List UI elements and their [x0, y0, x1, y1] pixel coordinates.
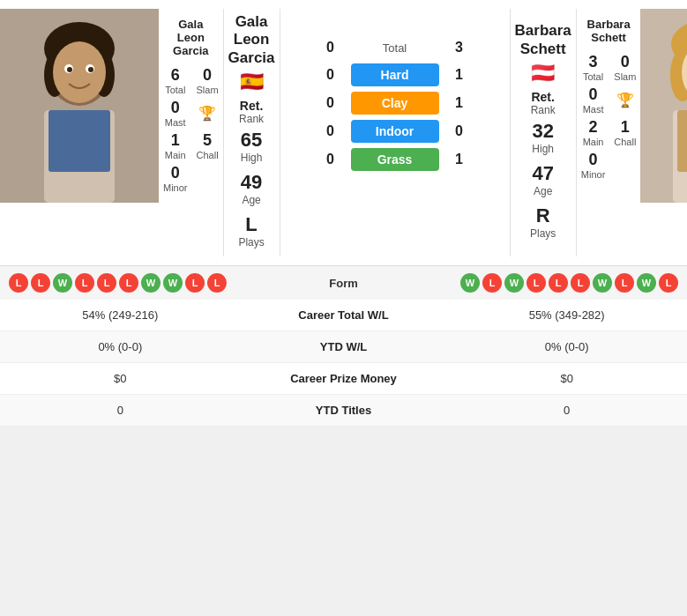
surface-row-hard: 0 Hard 1: [280, 63, 510, 86]
main-container: Gala Leon Garcia 6 Total 0 Slam 0 Mast 🏆: [0, 0, 687, 427]
player1-minor-label: Minor: [163, 182, 188, 193]
player2-total-cell: 3 Total: [581, 53, 606, 82]
player2-minor-cell: 0 Minor: [581, 151, 606, 180]
player1-age-value: 49: [241, 171, 262, 194]
player2-rank-label: Rank: [531, 104, 556, 116]
stat-left-1: 0% (0-0): [0, 331, 241, 363]
player1-plays-label: Plays: [238, 236, 264, 249]
player2-chall-label: Chall: [614, 137, 636, 147]
player1-form-pills: LLWLLLWWLL: [9, 273, 296, 293]
player1-trophy-icon: 🏆: [197, 99, 219, 128]
form-pill-w: W: [637, 273, 656, 293]
player2-main-cell: 2 Main: [581, 118, 606, 147]
form-pill-w: W: [460, 273, 480, 293]
form-pill-l: L: [31, 273, 50, 293]
player1-main-cell: 1 Main: [163, 131, 188, 160]
player1-total-num: 6: [171, 66, 180, 85]
player2-name-center: Barbara Schett: [515, 22, 571, 58]
svg-rect-23: [677, 110, 687, 172]
form-pill-l: L: [207, 273, 227, 293]
player1-chall-cell: 5 Chall: [197, 131, 219, 160]
form-pill-l: L: [482, 273, 502, 293]
hard-badge: Hard: [351, 63, 439, 86]
total-score-left: 0: [317, 40, 344, 56]
player1-high-stat: 65 High: [241, 129, 263, 164]
stat-left-0: 54% (249-216): [0, 300, 241, 331]
player1-age-label: Age: [241, 194, 262, 206]
player2-main-label: Main: [583, 137, 604, 147]
player2-slam-num: 0: [621, 53, 630, 71]
surface-row-grass: 0 Grass 1: [280, 148, 510, 171]
player1-total-cell: 6 Total: [163, 66, 188, 95]
svg-point-8: [67, 67, 72, 72]
player2-rank-value: Ret.: [531, 90, 554, 104]
stat-right-0: 55% (349-282): [446, 300, 687, 331]
form-label: Form: [300, 277, 388, 290]
player2-slam-label: Slam: [614, 71, 636, 82]
stats-row-0: 54% (249-216) Career Total W/L 55% (349-…: [0, 300, 687, 331]
player1-total-label: Total: [165, 85, 185, 95]
player2-stats-card: Barbara Schett 3 Total 0 Slam 0 Mast 🏆: [577, 9, 641, 256]
player1-minor-num: 0: [171, 164, 180, 182]
player1-high-label: High: [241, 152, 263, 164]
player1-mast-label: Mast: [165, 117, 186, 128]
player1-slam-num: 0: [203, 66, 212, 85]
player1-rank-value: Ret.: [240, 99, 263, 113]
player1-center-card: Gala Leon Garcia 🇪🇸 Ret. Rank 65 High 49…: [223, 9, 280, 256]
svg-point-9: [88, 67, 93, 72]
form-pill-w: W: [53, 273, 72, 293]
player2-age-label: Age: [532, 185, 553, 197]
player1-mast-cell: 0 Mast: [163, 99, 188, 128]
player2-plays-stat: R Plays: [530, 204, 556, 240]
player2-form-pills: WLWLLLWLWL: [392, 273, 679, 293]
indoor-badge: Indoor: [351, 120, 439, 143]
stat-left-3: 0: [0, 395, 241, 427]
player1-flag: 🇪🇸: [240, 71, 264, 93]
total-label: Total: [351, 41, 439, 55]
form-pill-w: W: [593, 273, 612, 293]
player1-mast-num: 0: [171, 99, 180, 117]
stat-right-2: $0: [446, 363, 687, 395]
stat-center-3: YTD Titles: [241, 395, 447, 427]
clay-score-left: 0: [317, 95, 344, 111]
player2-center-card: Barbara Schett 🇦🇹 Ret. Rank 32 High 47 A…: [510, 9, 577, 256]
form-pill-l: L: [97, 273, 116, 293]
surface-row-clay: 0 Clay 1: [280, 92, 510, 115]
player1-rank-label: Rank: [239, 113, 264, 125]
player2-chall-num: 1: [621, 118, 630, 137]
player1-name: Gala Leon Garcia: [163, 18, 219, 57]
form-pill-l: L: [549, 273, 568, 293]
form-pill-l: L: [615, 273, 634, 293]
match-middle: 0 Total 3 0 Hard 1 0 Clay 1 0 Indoor 0 0: [280, 9, 510, 256]
stat-center-0: Career Total W/L: [241, 300, 447, 331]
player2-total-label: Total: [583, 71, 603, 82]
form-pill-w: W: [163, 273, 183, 293]
player1-photo: [0, 9, 159, 203]
player1-stats-grid: 6 Total 0 Slam 0 Mast 🏆 1 Main: [163, 66, 219, 193]
player2-high-label: High: [532, 143, 554, 155]
form-pill-l: L: [119, 273, 138, 293]
indoor-score-left: 0: [317, 123, 344, 139]
player2-high-value: 32: [532, 120, 554, 143]
svg-point-5: [53, 41, 106, 103]
player2-plays-value: R: [530, 204, 556, 227]
player1-stats-card: Gala Leon Garcia 6 Total 0 Slam 0 Mast 🏆: [159, 9, 223, 256]
player1-name-center: Gala Leon Garcia: [228, 13, 275, 67]
player2-name: Barbara Schett: [581, 18, 637, 44]
stat-right-1: 0% (0-0): [446, 331, 687, 363]
player1-chall-num: 5: [203, 131, 212, 150]
stat-left-2: $0: [0, 363, 241, 395]
player2-main-num: 2: [589, 118, 598, 137]
player2-flag: 🇦🇹: [531, 62, 555, 85]
player2-total-num: 3: [589, 53, 598, 71]
grass-badge: Grass: [351, 148, 439, 171]
player2-age-value: 47: [532, 162, 553, 185]
player2-high-stat: 32 High: [532, 120, 554, 155]
form-section: LLWLLLWWLL Form WLWLLLWLWL: [0, 265, 687, 300]
player2-chall-cell: 1 Chall: [614, 118, 636, 147]
player1-minor-cell: 0 Minor: [163, 164, 188, 193]
player2-age-stat: 47 Age: [532, 162, 553, 197]
player2-stats-grid: 3 Total 0 Slam 0 Mast 🏆 2 Main: [581, 53, 637, 180]
player1-slam-cell: 0 Slam: [197, 66, 219, 95]
form-pill-l: L: [185, 273, 205, 293]
